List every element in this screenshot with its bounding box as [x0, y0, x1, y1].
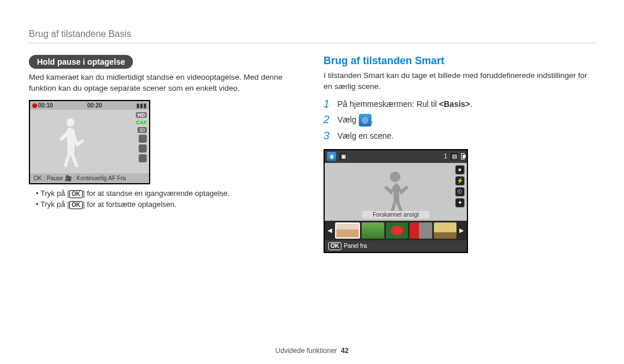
hd-badge-icon: HD — [136, 112, 147, 118]
thumb-portrait[interactable] — [335, 222, 360, 239]
flash-icon: ⚡ — [455, 176, 465, 185]
hand-icon — [139, 154, 147, 162]
counter: 1 — [444, 153, 447, 159]
pause-pill: Hold pause i optagelse — [29, 55, 133, 69]
step-1: 1 På hjemmeskærmen: Rul til <Basis>. — [324, 98, 595, 110]
smart-steps: 1 På hjemmeskærmen: Rul til <Basis>. 2 V… — [324, 98, 595, 142]
page-header: Brug af tilstandene Basis — [29, 29, 595, 39]
content-columns: Hold pause i optagelse Med kameraet kan … — [29, 55, 595, 253]
smart-bottombar: OK Panel fra — [325, 240, 467, 252]
smart-side-icons: ■ ⚡ ⏲ ✦ — [455, 165, 465, 207]
smart-viewport: ■ ⚡ ⏲ ✦ Forskønnet ansigt — [325, 163, 467, 221]
chevron-right-icon[interactable]: ▶ — [458, 227, 465, 233]
panel-off-label: Panel fra — [344, 243, 367, 249]
recording-bottom-text: OK : Pause 🎥 : Kontinuerlig AF Fra — [34, 175, 126, 181]
recording-side-icons: HD CAF 30 — [136, 112, 147, 162]
bullet-resume: Tryk på [OK] for at fortsætte optagelsen… — [36, 200, 300, 209]
stabilizer-icon — [139, 144, 147, 153]
thumb-macro[interactable] — [386, 222, 408, 239]
thumb-silhouette[interactable] — [434, 222, 456, 239]
resolution-icon: ■ — [455, 165, 465, 174]
scene-thumbnails: ◀ ▶ — [325, 221, 467, 240]
ok-button-icon: OK — [328, 242, 341, 250]
step-number: 1 — [324, 98, 333, 110]
pause-bullets: Tryk på [OK] for at standse en igangvære… — [29, 189, 300, 209]
basis-keyword: <Basis> — [439, 99, 470, 109]
right-column: Brug af tilstanden Smart I tilstanden Sm… — [324, 55, 595, 253]
smart-intro: I tilstanden Smart kan du tage et billed… — [324, 70, 595, 92]
recording-elapsed: 00:10 — [32, 102, 53, 109]
page-footer: Udvidede funktioner 42 — [0, 347, 624, 355]
ok-button-icon: OK — [69, 201, 83, 209]
scene-label: Forskønnet ansigt — [362, 211, 429, 218]
child-silhouette-icon — [380, 170, 411, 216]
chevron-left-icon[interactable]: ◀ — [326, 227, 333, 233]
step-number: 2 — [324, 114, 333, 126]
footer-section: Udvidede funktioner — [276, 347, 337, 355]
smart-heading: Brug af tilstanden Smart — [324, 55, 595, 67]
footer-page: 42 — [341, 347, 348, 355]
recording-viewport: HD CAF 30 — [30, 110, 149, 173]
thumb-action[interactable] — [410, 222, 432, 239]
smart-topbar: ◉ ▣ 1 ▤ — [325, 150, 467, 163]
recording-total: 00:20 — [87, 102, 102, 109]
smart-screen: ◉ ▣ 1 ▤ ■ ⚡ ⏲ ✦ Forskøn — [324, 149, 468, 253]
timer-icon: ⏲ — [455, 187, 465, 196]
header-rule — [29, 43, 595, 43]
ok-button-icon: OK — [69, 190, 83, 198]
effect-icon: ✦ — [455, 198, 465, 207]
target-icon: ▣ — [339, 152, 348, 161]
recording-screen: 00:10 00:20 ▮▮▮ HD CAF 30 OK : Pause — [29, 100, 150, 184]
caf-indicator: CAF — [136, 120, 147, 125]
dancer-silhouette-icon — [53, 116, 88, 170]
smart-mode-icon: ◎ — [359, 114, 372, 127]
thumb-landscape[interactable] — [362, 222, 384, 239]
battery-icon — [461, 153, 465, 159]
recording-topbar: 00:10 00:20 ▮▮▮ — [30, 101, 149, 110]
left-column: Hold pause i optagelse Med kameraet kan … — [29, 55, 300, 253]
bullet-pause: Tryk på [OK] for at standse en igangvære… — [36, 189, 300, 198]
fps-indicator: 30 — [138, 127, 147, 133]
step-3: 3 Vælg en scene. — [324, 130, 595, 142]
record-dot-icon — [32, 103, 37, 108]
elapsed-time: 00:10 — [38, 102, 53, 109]
smart-top-left: ◉ ▣ — [327, 152, 348, 161]
camera-mode-icon: ◉ — [327, 152, 336, 161]
recording-bottombar: OK : Pause 🎥 : Kontinuerlig AF Fra — [30, 173, 149, 183]
step-2: 2 Vælg ◎. — [324, 114, 595, 127]
mic-icon — [139, 135, 147, 143]
pause-intro: Med kameraet kan du midlertidigt standse… — [29, 72, 300, 94]
step-number: 3 — [324, 130, 333, 142]
battery-icon: ▮▮▮ — [136, 102, 147, 109]
sd-icon: ▤ — [450, 152, 459, 161]
smart-top-right: 1 ▤ — [444, 152, 465, 161]
